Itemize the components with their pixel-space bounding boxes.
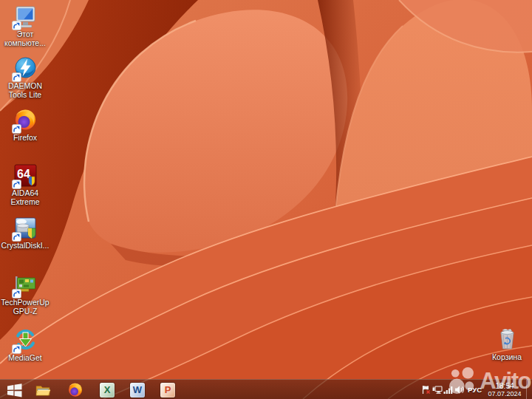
desktop-icon-label: AIDA64 xyxy=(12,189,38,198)
recycle-bin-icon xyxy=(495,327,519,352)
desktop-icon-aida64-extreme[interactable]: 64 AIDA64 Extreme xyxy=(1,163,50,206)
volume-icon[interactable] xyxy=(454,384,465,395)
start-button[interactable] xyxy=(2,381,27,399)
shortcut-arrow-icon xyxy=(12,72,21,82)
desktop-icon-daemon-tools-lite[interactable]: DAEMON Tools Lite xyxy=(1,56,50,99)
language-indicator[interactable]: РУС xyxy=(468,386,482,394)
taskbar-file-explorer-button[interactable] xyxy=(30,381,55,399)
desktop-icon-label: Firefox xyxy=(13,134,37,143)
shortcut-arrow-icon xyxy=(12,344,21,354)
shortcut-arrow-icon xyxy=(12,289,21,299)
desktop-icon-label: Корзина xyxy=(492,353,522,362)
desktop-icon-label: CrystalDiskI... xyxy=(1,242,50,250)
desktop-icon-this-pc[interactable]: Этот компьюте... xyxy=(1,4,50,47)
desktop-icon-label: Tools Lite xyxy=(9,91,41,100)
desktop-icon-label: GPU-Z xyxy=(13,307,38,316)
firefox-icon xyxy=(67,382,83,398)
shortcut-arrow-icon xyxy=(12,180,21,189)
clock-time: 18:54 xyxy=(485,382,524,390)
desktop-icon-label: MediaGet xyxy=(8,354,42,363)
desktop-screen: Этот компьюте... xyxy=(0,0,532,399)
excel-letter: X xyxy=(104,384,111,395)
shortcut-arrow-icon xyxy=(12,124,21,134)
desktop-icon-label: DAEMON xyxy=(8,82,42,91)
network-wired-icon[interactable] xyxy=(432,384,443,395)
desktop-icon-label: TechPowerUp xyxy=(1,299,49,307)
taskbar-word-button[interactable]: W xyxy=(125,381,150,399)
clock-date: 07.07.2024 xyxy=(485,390,524,398)
desktop-icon-mediaget[interactable]: MediaGet xyxy=(1,328,50,363)
shortcut-arrow-icon xyxy=(12,232,21,242)
show-desktop-button[interactable] xyxy=(526,380,530,399)
taskbar-firefox-button[interactable] xyxy=(63,381,88,399)
file-explorer-icon xyxy=(35,382,51,398)
action-center-flag-icon[interactable] xyxy=(420,384,432,395)
svg-text:64: 64 xyxy=(17,168,30,180)
word-letter: W xyxy=(133,384,142,395)
wallpaper-bloom-orange xyxy=(0,0,532,399)
excel-icon: X xyxy=(100,383,115,398)
desktop-icon-label: компьюте... xyxy=(4,39,46,48)
powerpoint-letter: P xyxy=(165,384,171,395)
signal-bars-icon[interactable] xyxy=(443,384,454,395)
powerpoint-icon: P xyxy=(160,383,175,398)
taskbar: X W P xyxy=(0,379,532,399)
system-tray: РУС 18:54 07.07.2024 xyxy=(420,380,532,399)
word-icon: W xyxy=(130,383,145,398)
desktop-icon-gpu-z[interactable]: TechPowerUp GPU-Z xyxy=(1,273,50,316)
desktop-icon-label: Этот xyxy=(17,30,34,39)
windows-logo-icon xyxy=(6,382,24,398)
desktop-icon-recycle-bin[interactable]: Корзина xyxy=(482,327,531,362)
desktop-icon-label: Extreme xyxy=(10,198,39,207)
desktop-icon-crystaldiskinfo[interactable]: CrystalDiskI... xyxy=(1,216,50,250)
taskbar-excel-button[interactable]: X xyxy=(95,381,120,399)
taskbar-powerpoint-button[interactable]: P xyxy=(155,381,180,399)
desktop-icon-firefox[interactable]: Firefox xyxy=(1,108,50,143)
tray-clock[interactable]: 18:54 07.07.2024 xyxy=(485,382,524,398)
shortcut-arrow-icon xyxy=(12,21,21,30)
